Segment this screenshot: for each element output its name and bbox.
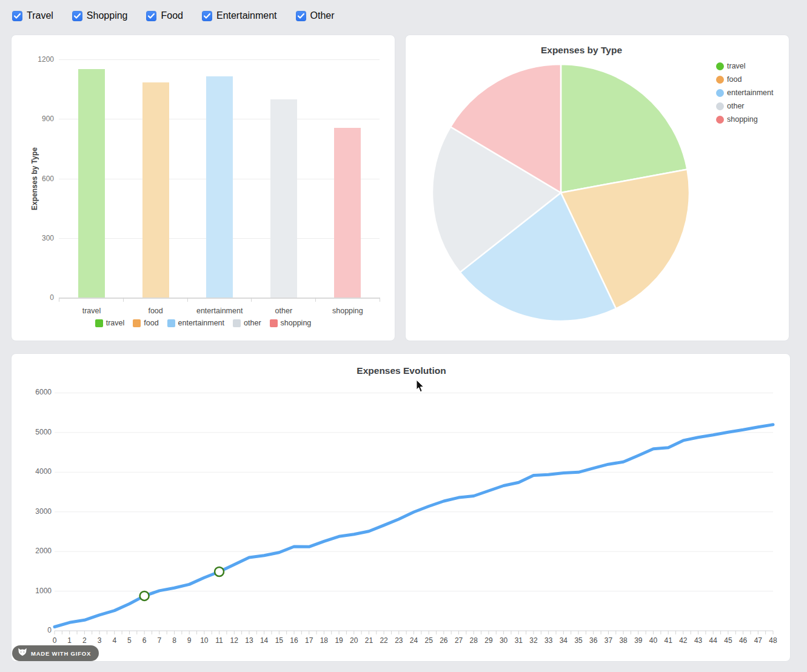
legend-swatch-icon xyxy=(716,89,724,97)
bar-x-axis xyxy=(59,298,380,299)
line-x-tick-label: 24 xyxy=(406,636,422,645)
line-x-tick-label: 25 xyxy=(421,636,437,645)
checkbox-checked-icon[interactable] xyxy=(202,11,212,21)
legend-item-entertainment: entertainment xyxy=(167,319,224,327)
bar-x-tick xyxy=(380,298,380,302)
bar-other xyxy=(270,99,297,298)
bar-x-label: entertainment xyxy=(183,307,256,315)
line-x-tick-label: 34 xyxy=(555,636,571,645)
legend-label: entertainment xyxy=(727,88,773,97)
bar-shopping xyxy=(334,128,361,298)
bar-x-label: shopping xyxy=(311,307,384,315)
line-x-tick-label: 37 xyxy=(600,636,616,645)
line-x-tick-label: 42 xyxy=(675,636,691,645)
bar-x-label: other xyxy=(247,307,320,315)
bar-y-tick-label: 1200 xyxy=(22,55,54,64)
legend-label: other xyxy=(727,102,745,110)
filter-label: Other xyxy=(310,10,335,21)
legend-label: entertainment xyxy=(178,319,224,327)
bar-x-label: travel xyxy=(55,307,128,315)
legend-swatch-icon xyxy=(716,102,724,110)
pie-chart-card: Expenses by Type travelfoodentertainment… xyxy=(405,35,789,341)
line-y-tick-label: 5000 xyxy=(20,428,52,436)
line-x-tick-label: 13 xyxy=(241,636,257,645)
legend-swatch-icon xyxy=(716,62,724,70)
legend-swatch-icon xyxy=(95,319,103,327)
line-x-tick-label: 11 xyxy=(212,636,227,645)
legend-label: food xyxy=(727,75,742,84)
line-x-tick-label: 7 xyxy=(152,636,167,645)
filter-label: Shopping xyxy=(87,10,128,21)
line-x-tick-label: 22 xyxy=(376,636,392,645)
bar-y-tick-label: 0 xyxy=(22,293,54,302)
bar-y-tick-label: 300 xyxy=(22,234,54,242)
line-x-tick-label: 30 xyxy=(496,636,512,645)
expenses-evolution-line xyxy=(55,425,773,627)
line-x-tick-label: 26 xyxy=(436,636,452,645)
bar-x-tick xyxy=(59,298,59,302)
line-x-tick-label: 14 xyxy=(256,636,272,645)
legend-swatch-icon xyxy=(270,319,278,327)
legend-swatch-icon xyxy=(233,319,241,327)
line-x-tick-label: 31 xyxy=(511,636,526,645)
legend-label: shopping xyxy=(727,115,758,124)
line-point-marker xyxy=(140,591,149,600)
line-x-tick-label: 19 xyxy=(331,636,347,645)
legend-item-shopping: shopping xyxy=(270,319,312,327)
pie-legend-item-food: food xyxy=(716,73,773,86)
line-x-tick-label: 4 xyxy=(107,636,122,645)
pie-legend-item-shopping: shopping xyxy=(716,113,773,126)
legend-label: travel xyxy=(727,62,746,70)
bar-food xyxy=(142,82,169,298)
legend-item-other: other xyxy=(233,319,261,327)
line-chart-card: Expenses Evolution 010002000300040005000… xyxy=(11,353,791,662)
line-y-tick-label: 4000 xyxy=(20,467,52,476)
filter-bar: TravelShoppingFoodEntertainmentOther xyxy=(12,7,335,24)
filter-food[interactable]: Food xyxy=(146,10,182,21)
gifox-badge: MADE WITH GIFOX xyxy=(12,645,99,661)
line-x-tick-label: 32 xyxy=(526,636,541,645)
line-x-tick-label: 46 xyxy=(735,636,751,645)
legend-label: other xyxy=(244,319,261,327)
line-x-tick-label: 12 xyxy=(226,636,242,645)
bar-y-tick-label: 600 xyxy=(22,175,54,183)
legend-label: food xyxy=(144,319,158,327)
line-x-tick-label: 29 xyxy=(481,636,497,645)
bar-x-label: food xyxy=(119,307,192,315)
legend-label: travel xyxy=(106,319,125,327)
filter-entertainment[interactable]: Entertainment xyxy=(202,10,277,21)
filter-label: Travel xyxy=(27,10,53,21)
mouse-cursor-icon xyxy=(416,380,424,395)
checkbox-checked-icon[interactable] xyxy=(146,11,156,21)
filter-shopping[interactable]: Shopping xyxy=(72,10,128,21)
line-y-tick-label: 1000 xyxy=(20,587,52,595)
pie-legend-item-other: other xyxy=(716,99,773,113)
checkbox-checked-icon[interactable] xyxy=(296,11,306,21)
line-x-tick-label: 43 xyxy=(691,636,706,645)
bar-x-tick xyxy=(315,298,316,302)
line-x-tick-label: 8 xyxy=(167,636,182,645)
line-x-tick-label: 20 xyxy=(346,636,362,645)
line-x-tick-label: 41 xyxy=(660,636,676,645)
line-x-tick-label: 35 xyxy=(571,636,586,645)
line-x-tick-label: 40 xyxy=(646,636,661,645)
fox-icon xyxy=(18,648,27,659)
line-x-tick-label: 21 xyxy=(361,636,377,645)
line-y-tick-label: 6000 xyxy=(20,388,52,396)
line-x-tick-label: 17 xyxy=(301,636,317,645)
checkbox-checked-icon[interactable] xyxy=(72,11,82,21)
line-x-tick-label: 3 xyxy=(92,636,107,645)
dashboard-page: TravelShoppingFoodEntertainmentOther Exp… xyxy=(0,0,807,672)
bar-x-tick xyxy=(251,298,252,302)
checkbox-checked-icon[interactable] xyxy=(12,11,22,21)
gifox-badge-label: MADE WITH GIFOX xyxy=(31,650,91,657)
pie-chart-legend: travelfoodentertainmentothershopping xyxy=(716,59,773,126)
line-x-tick-label: 10 xyxy=(196,636,212,645)
line-x-tick-label: 36 xyxy=(586,636,601,645)
filter-other[interactable]: Other xyxy=(296,10,335,21)
legend-swatch-icon xyxy=(716,76,724,84)
line-x-tick-label: 39 xyxy=(631,636,646,645)
filter-travel[interactable]: Travel xyxy=(12,10,53,21)
pie-legend-item-entertainment: entertainment xyxy=(716,86,773,99)
line-x-tick-label: 2 xyxy=(76,636,92,645)
